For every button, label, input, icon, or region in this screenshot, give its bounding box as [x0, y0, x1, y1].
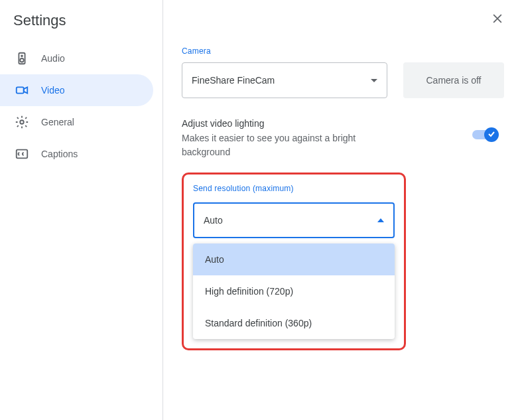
close-icon: [491, 12, 504, 28]
camera-select[interactable]: FineShare FineCam: [182, 62, 387, 98]
send-resolution-selected: Auto: [204, 215, 223, 226]
lighting-title: Adjust video lighting: [182, 118, 394, 129]
sidebar-item-label: Video: [41, 85, 65, 96]
settings-sidebar: Settings Audio Video General: [0, 0, 163, 420]
close-button[interactable]: [489, 12, 505, 28]
nav-list: Audio Video General Captions: [0, 42, 162, 170]
page-title: Settings: [0, 12, 162, 42]
option-auto[interactable]: Auto: [193, 244, 395, 275]
sidebar-item-label: Audio: [41, 53, 65, 64]
camera-label: Camera: [182, 46, 504, 56]
settings-content: Camera FineShare FineCam Camera is off A…: [163, 0, 520, 420]
sidebar-item-general[interactable]: General: [0, 106, 153, 138]
send-resolution-select[interactable]: Auto: [193, 202, 395, 238]
sidebar-item-captions[interactable]: Captions: [0, 138, 153, 170]
send-resolution-options: Auto High definition (720p) Standard def…: [193, 244, 395, 339]
option-hd-720p[interactable]: High definition (720p): [193, 275, 395, 307]
sidebar-item-label: Captions: [41, 149, 78, 159]
camera-selected-value: FineShare FineCam: [192, 75, 275, 86]
camera-preview-text: Camera is off: [426, 75, 482, 86]
cc-icon: [15, 147, 29, 161]
svg-rect-3: [17, 87, 24, 93]
send-resolution-label: Send resolution (maximum): [193, 184, 395, 193]
sidebar-item-label: General: [41, 117, 74, 127]
sidebar-item-audio[interactable]: Audio: [0, 42, 153, 74]
check-icon: [487, 129, 495, 141]
lighting-toggle[interactable]: [472, 130, 496, 139]
chevron-up-icon: [377, 218, 384, 222]
lighting-desc: Makes it easier to see you against a bri…: [182, 131, 394, 159]
sidebar-item-video[interactable]: Video: [0, 74, 153, 106]
camera-preview: Camera is off: [403, 62, 504, 98]
option-sd-360p[interactable]: Standard definition (360p): [193, 307, 395, 339]
speaker-icon: [15, 51, 29, 66]
svg-point-2: [21, 55, 23, 56]
video-icon: [15, 83, 29, 98]
svg-point-4: [20, 120, 24, 124]
chevron-down-icon: [371, 79, 377, 82]
gear-icon: [15, 115, 29, 129]
svg-point-1: [20, 58, 24, 62]
send-resolution-highlight: Send resolution (maximum) Auto Auto High…: [182, 173, 406, 350]
